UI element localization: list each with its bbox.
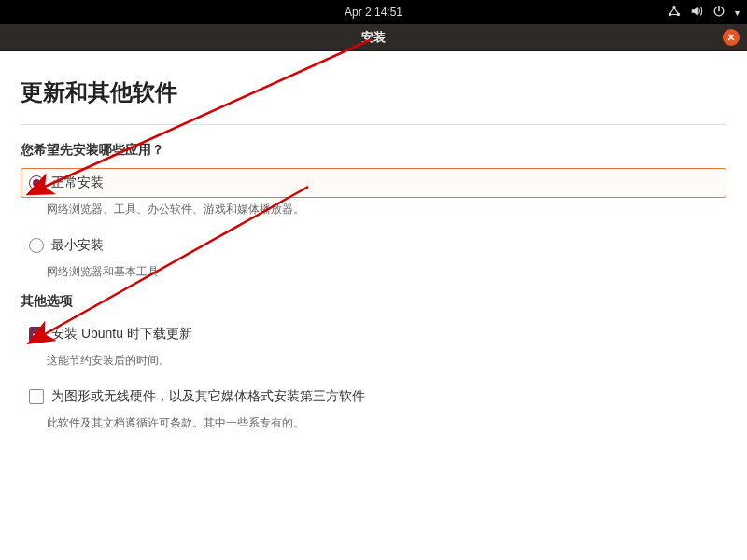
window-titlebar: 安装 — [0, 24, 747, 51]
checkbox-third-party[interactable]: 为图形或无线硬件，以及其它媒体格式安装第三方软件 — [21, 382, 726, 412]
radio-label: 最小安装 — [51, 237, 104, 254]
network-icon[interactable] — [668, 5, 681, 21]
installer-panel: 更新和其他软件 您希望先安装哪些应用？ 正常安装 网络浏览器、工具、办公软件、游… — [0, 51, 747, 560]
checkbox-icon — [29, 327, 44, 342]
close-button[interactable] — [723, 29, 740, 46]
apps-question: 您希望先安装哪些应用？ — [21, 142, 726, 159]
download-updates-desc: 这能节约安装后的时间。 — [47, 353, 726, 369]
checkbox-download-updates[interactable]: 安装 Ubuntu 时下载更新 — [21, 319, 726, 349]
volume-icon[interactable] — [690, 5, 703, 21]
power-icon[interactable] — [712, 5, 726, 21]
radio-icon — [29, 175, 44, 190]
radio-normal-install[interactable]: 正常安装 — [21, 168, 726, 198]
system-tray[interactable]: ▾ — [668, 0, 740, 24]
checkbox-label: 安装 Ubuntu 时下载更新 — [51, 326, 192, 343]
other-options-title: 其他选项 — [21, 293, 726, 310]
divider — [21, 124, 726, 125]
clock-text: Apr 2 14:51 — [345, 6, 402, 19]
radio-minimal-desc: 网络浏览器和基本工具 — [47, 264, 726, 280]
checkbox-icon — [29, 389, 44, 404]
radio-minimal-install[interactable]: 最小安装 — [21, 231, 726, 260]
window-title: 安装 — [361, 29, 386, 46]
page-heading: 更新和其他软件 — [21, 77, 726, 107]
radio-label: 正常安装 — [51, 175, 104, 191]
radio-normal-desc: 网络浏览器、工具、办公软件、游戏和媒体播放器。 — [47, 202, 726, 217]
chevron-down-icon[interactable]: ▾ — [735, 7, 740, 18]
radio-icon — [29, 238, 44, 253]
checkbox-label: 为图形或无线硬件，以及其它媒体格式安装第三方软件 — [51, 388, 365, 405]
gnome-topbar: Apr 2 14:51 ▾ — [0, 0, 747, 24]
third-party-desc: 此软件及其文档遵循许可条款。其中一些系专有的。 — [47, 415, 726, 431]
